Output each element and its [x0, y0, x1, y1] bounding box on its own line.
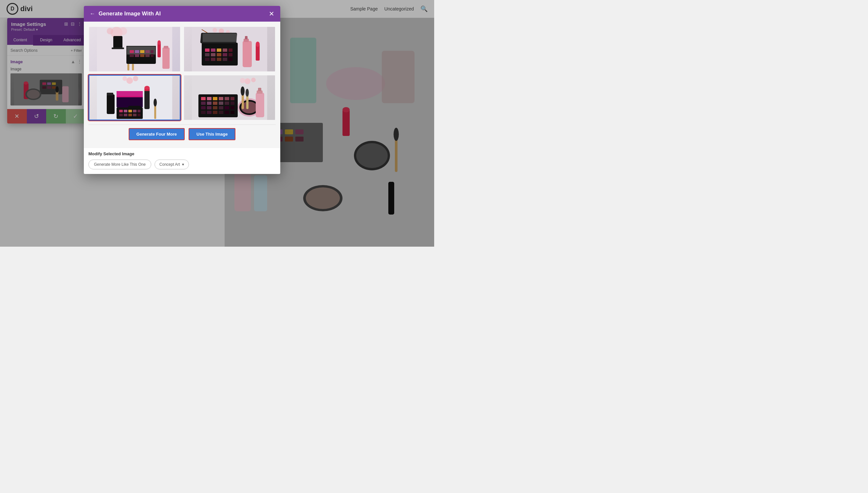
generate-more-like-button[interactable]: Generate More Like This One — [88, 159, 151, 169]
svg-rect-108 — [119, 110, 123, 112]
svg-rect-117 — [137, 114, 140, 116]
svg-rect-55 — [135, 54, 139, 57]
svg-rect-105 — [107, 94, 115, 114]
svg-point-95 — [126, 77, 133, 84]
svg-rect-100 — [116, 96, 143, 97]
grid-image-1[interactable] — [88, 26, 181, 72]
cosmetics-svg-4 — [192, 75, 267, 121]
modal-close-button[interactable]: ✕ — [269, 10, 274, 17]
svg-rect-80 — [211, 53, 216, 56]
svg-rect-64 — [132, 64, 134, 70]
svg-rect-101 — [144, 89, 150, 109]
svg-rect-147 — [225, 111, 229, 114]
modal-title: ← Generate Image With AI — [90, 10, 161, 17]
svg-rect-53 — [151, 50, 154, 53]
svg-rect-82 — [223, 53, 227, 56]
chevron-down-icon: ▾ — [182, 162, 184, 167]
svg-point-42 — [119, 27, 127, 35]
svg-rect-110 — [128, 110, 132, 112]
svg-rect-116 — [133, 114, 136, 116]
grid-image-2[interactable] — [183, 26, 276, 72]
svg-rect-75 — [211, 48, 216, 52]
svg-rect-54 — [130, 54, 134, 57]
svg-rect-135 — [225, 102, 229, 105]
svg-rect-91 — [245, 36, 247, 39]
svg-point-103 — [144, 86, 150, 90]
svg-rect-132 — [207, 102, 212, 105]
generate-more-button[interactable]: Generate Four More — [129, 128, 185, 140]
svg-rect-158 — [258, 88, 261, 91]
svg-rect-79 — [205, 53, 209, 56]
svg-rect-81 — [217, 53, 221, 56]
svg-point-60 — [157, 40, 161, 45]
svg-rect-141 — [225, 106, 229, 109]
svg-rect-128 — [219, 97, 223, 100]
image-preview-2 — [184, 27, 275, 71]
svg-rect-146 — [219, 111, 223, 114]
svg-rect-77 — [223, 48, 227, 52]
image-preview-3 — [89, 76, 180, 120]
svg-point-123 — [240, 78, 245, 83]
modal-title-text: Generate Image With AI — [98, 10, 161, 17]
svg-rect-140 — [219, 106, 223, 109]
svg-rect-112 — [137, 110, 140, 112]
svg-rect-62 — [164, 46, 168, 48]
svg-rect-134 — [219, 102, 223, 105]
svg-point-97 — [123, 76, 127, 81]
svg-rect-83 — [228, 53, 232, 56]
cosmetics-svg-2 — [192, 26, 267, 72]
modal-body: Generate Four More Use This Image — [84, 22, 280, 148]
svg-rect-52 — [146, 50, 150, 53]
svg-rect-89 — [243, 41, 252, 67]
svg-point-43 — [107, 28, 113, 35]
svg-point-155 — [246, 89, 249, 97]
svg-rect-142 — [230, 106, 235, 109]
svg-rect-139 — [213, 106, 217, 109]
svg-rect-144 — [207, 111, 212, 114]
svg-rect-49 — [130, 50, 134, 53]
svg-rect-115 — [128, 114, 132, 116]
use-image-button[interactable]: Use This Image — [188, 128, 236, 140]
svg-rect-136 — [230, 102, 235, 105]
svg-rect-138 — [207, 106, 212, 109]
back-icon[interactable]: ← — [90, 10, 95, 17]
modal-action-buttons: Generate Four More Use This Image — [88, 125, 276, 144]
svg-point-153 — [241, 86, 245, 95]
svg-rect-58 — [151, 54, 154, 57]
svg-rect-87 — [223, 58, 227, 61]
svg-rect-57 — [146, 54, 150, 57]
svg-rect-84 — [205, 58, 209, 61]
svg-rect-130 — [230, 97, 235, 100]
image-preview-4 — [184, 76, 275, 120]
svg-rect-61 — [162, 47, 170, 69]
svg-rect-143 — [201, 111, 206, 114]
svg-rect-127 — [213, 97, 217, 100]
svg-rect-126 — [207, 97, 212, 100]
svg-rect-114 — [124, 114, 127, 116]
style-select-value: Concept Art — [159, 162, 180, 167]
svg-rect-44 — [113, 36, 123, 49]
svg-point-119 — [154, 99, 157, 106]
svg-rect-51 — [140, 50, 144, 53]
svg-rect-106 — [107, 93, 113, 95]
svg-rect-56 — [140, 54, 144, 57]
svg-point-122 — [251, 78, 256, 82]
cosmetics-svg-3 — [97, 75, 172, 121]
grid-image-4[interactable] — [183, 75, 276, 121]
svg-rect-156 — [256, 93, 264, 117]
image-grid — [88, 26, 276, 121]
svg-point-70 — [213, 28, 217, 33]
style-select-dropdown[interactable]: Concept Art ▾ — [155, 159, 189, 169]
svg-rect-113 — [119, 114, 123, 116]
svg-rect-85 — [211, 58, 216, 61]
svg-rect-86 — [217, 58, 221, 61]
svg-rect-125 — [201, 97, 206, 100]
svg-rect-45 — [112, 47, 124, 49]
svg-rect-148 — [230, 111, 235, 114]
svg-point-93 — [256, 42, 260, 47]
svg-rect-133 — [213, 102, 217, 105]
svg-rect-74 — [205, 48, 209, 52]
grid-image-3[interactable] — [88, 75, 181, 121]
svg-rect-131 — [201, 102, 206, 105]
image-preview-1 — [89, 27, 180, 71]
